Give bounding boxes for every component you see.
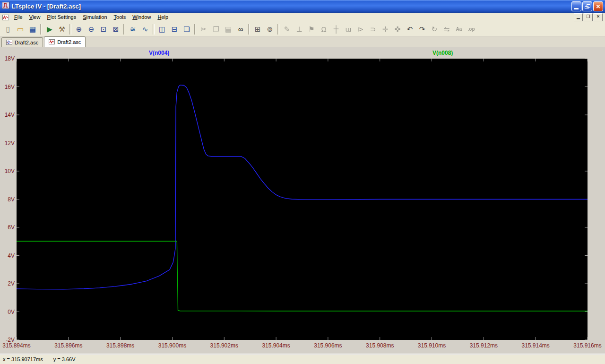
x-axis-label: 315.908ms [364,342,396,349]
resistor-icon: Ω [318,23,330,35]
menu-plot-settings[interactable]: Plot Settings [43,13,79,21]
tab-bar: Draft2.asc Draft2.asc [0,36,605,47]
status-bar: x = 315.90717ms y = 3.66V [0,354,605,364]
toolbar-separator [123,24,125,35]
waveform-plot [17,59,588,340]
print-icon[interactable]: ⊞ [251,23,264,35]
autorange-y-axis-icon[interactable]: ≋ [127,23,139,35]
minimize-button[interactable] [571,1,581,11]
x-axis-label: 315.900ms [156,342,188,349]
plot-area[interactable] [17,59,588,340]
toolbar-separator [153,24,155,35]
toolbar-separator [69,24,71,35]
x-axis-label: 315.914ms [520,342,551,349]
x-axis-label: 315.912ms [468,342,499,349]
cursor-x-readout: x = 315.90717ms [3,356,43,362]
y-axis-label: 16V [0,84,15,90]
add-plot-pane-icon[interactable]: ∿ [139,23,151,35]
waveform-pane: V(n004) V(n008) 18V16V14V12V10V8V6V4V2V0… [0,47,605,354]
copy-icon: ❐ [210,23,222,35]
move-icon: ✛ [379,23,391,35]
mdi-close-button[interactable]: ✕ [594,13,603,21]
x-axis-label: 315.910ms [416,342,448,349]
x-axis-label: 315.902ms [208,342,240,349]
wire-icon: ✎ [281,23,293,35]
y-axis-label: 6V [0,224,15,231]
tab-draft2-waveform[interactable]: Draft2.asc [44,36,86,47]
mdi-minimize-button[interactable]: ▁ [574,13,583,21]
menu-file[interactable]: File [11,13,26,21]
zoom-in-icon[interactable]: ⊕ [73,23,85,35]
y-axis-label: 0V [0,309,15,315]
redo-icon[interactable]: ↷ [416,23,428,35]
x-axis-label: 315.916ms [572,342,603,349]
cut-icon: ✂ [198,23,210,35]
menu-help[interactable]: Help [154,13,172,21]
zoom-full-extents-icon[interactable]: ⊡ [97,23,110,35]
y-axis-label: 2V [0,280,15,287]
rotate-icon: ↻ [428,23,441,35]
text-icon: Aa [453,23,465,35]
menu-tools[interactable]: Tools [111,13,130,21]
zoom-area-icon[interactable]: ⊠ [110,23,122,35]
close-button[interactable]: ✕ [593,1,603,11]
waveform-icon [49,39,55,45]
control-panel-icon[interactable]: ⚒ [56,23,68,35]
run-icon[interactable]: ▶ [43,23,56,35]
x-axis-label: 315.894ms [1,342,32,349]
tile-vertical-icon[interactable]: ◫ [156,23,168,35]
window-title: LTspice IV - [Draft2.asc] [12,3,571,10]
trace-label-vn004[interactable]: V(n004) [149,50,169,56]
waveform-window-icon [2,15,9,20]
toolbar-separator [194,24,196,35]
y-axis-label: 4V [0,252,15,259]
mdi-window-controls: ▁ ❐ ✕ [574,13,603,21]
toolbar: ▯▭▦▶⚒⊕⊖⊡⊠≋∿◫⊟❏✂❐▤∞⊞⊚✎⊥⚑Ω╪ɯ⊳⊃✛✜↶↷↻⇋Aa.op [0,22,605,36]
y-axis-label: 8V [0,196,15,203]
ltspice-window: LTspice IV - [Draft2.asc] ✕ FileViewPlot… [0,0,605,364]
x-axis-label: 315.904ms [260,342,292,349]
tab-draft2-schematic[interactable]: Draft2.asc [1,37,43,47]
diode-icon: ⊳ [354,23,367,35]
spice-directive-icon: .op [465,23,477,35]
print-preview-icon[interactable]: ⊚ [264,23,276,35]
toolbar-separator [277,24,279,35]
cascade-windows-icon[interactable]: ❏ [181,23,193,35]
tile-horizontal-icon[interactable]: ⊟ [168,23,181,35]
open-icon[interactable]: ▭ [14,23,26,35]
save-icon[interactable]: ▦ [26,23,39,35]
component-icon: ⊃ [367,23,379,35]
mirror-icon: ⇋ [441,23,453,35]
new-schematic-icon[interactable]: ▯ [2,23,14,35]
toolbar-separator [248,24,250,35]
schematic-icon [6,40,12,46]
zoom-out-icon[interactable]: ⊖ [85,23,97,35]
inductor-icon: ɯ [342,23,354,35]
trace-label-vn008[interactable]: V(n008) [432,50,453,56]
tab-label: Draft2.asc [15,40,38,45]
restore-button[interactable] [582,1,592,11]
y-axis-label: 10V [0,168,15,174]
find-icon[interactable]: ∞ [234,23,247,35]
x-axis-label: 315.906ms [312,342,344,349]
paste-icon: ▤ [222,23,234,35]
label-net-icon: ⚑ [305,23,318,35]
capacitor-icon: ╪ [330,23,342,35]
y-axis-label: 14V [0,112,15,118]
y-axis-label: 12V [0,140,15,147]
ground-icon: ⊥ [293,23,305,35]
titlebar: LTspice IV - [Draft2.asc] ✕ [0,0,605,13]
undo-icon[interactable]: ↶ [404,23,416,35]
menu-view[interactable]: View [26,13,44,21]
app-icon [2,2,9,11]
mdi-restore-button[interactable]: ❐ [584,13,593,21]
toolbar-separator [40,24,42,35]
menu-simulation[interactable]: Simulation [79,13,110,21]
x-axis-label: 315.896ms [53,342,84,349]
tab-label: Draft2.asc [57,39,81,45]
drag-icon: ✜ [391,23,404,35]
cursor-y-readout: y = 3.66V [53,356,76,362]
y-axis-label: 18V [0,55,15,62]
menu-window[interactable]: Window [129,13,154,21]
menubar: FileViewPlot SettingsSimulationToolsWind… [0,13,605,22]
